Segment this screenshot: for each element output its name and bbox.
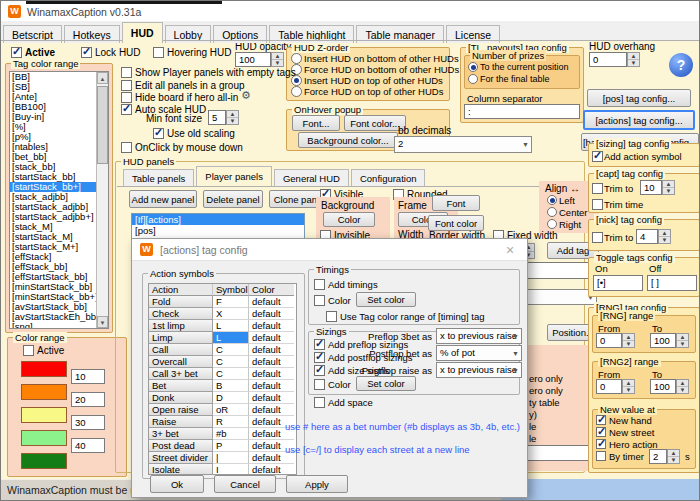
color-cell[interactable]: default xyxy=(249,344,294,356)
size-signs-checkbox[interactable] xyxy=(314,365,325,376)
action-cell[interactable]: Call 3+ bet xyxy=(149,368,213,380)
onhover-font-color-button[interactable]: Font color... xyxy=(344,115,406,131)
tab-general-hud[interactable]: General HUD xyxy=(274,169,349,186)
color-cell[interactable]: default xyxy=(249,308,294,320)
nick-trim-input[interactable]: 4 xyxy=(636,229,658,244)
sizings-set-color-button[interactable]: Set color xyxy=(356,376,416,391)
symbol-cell[interactable]: B xyxy=(213,380,249,392)
lock-hud-checkbox[interactable] xyxy=(81,47,92,58)
symbol-cell[interactable]: R xyxy=(213,416,249,428)
symbol-cell[interactable]: oR xyxy=(213,404,249,416)
show-empty-tags-checkbox[interactable] xyxy=(121,67,132,78)
zorder-opt4-radio[interactable] xyxy=(291,86,302,97)
nick-trim-checkbox[interactable] xyxy=(592,232,603,243)
background-color-button[interactable]: Color xyxy=(323,212,375,227)
action-cell[interactable]: Bet xyxy=(149,380,213,392)
color-cell[interactable]: default xyxy=(249,380,294,392)
action-cell[interactable]: Donk xyxy=(149,392,213,404)
ok-button[interactable]: Ok xyxy=(150,475,204,493)
align-right-radio[interactable] xyxy=(547,219,557,229)
actions-tag-config-button[interactable]: [actions] tag config... xyxy=(583,110,695,130)
threshold-input-3[interactable]: 30 xyxy=(71,415,105,430)
apply-button[interactable]: Apply xyxy=(286,475,348,493)
action-cell[interactable]: Raise xyxy=(149,416,213,428)
tab-player-panels[interactable]: Player panels xyxy=(196,166,272,186)
min-font-spinner[interactable]: ▲▼ xyxy=(226,110,239,125)
rng1-to-input[interactable]: 100 xyxy=(650,333,676,348)
hud-overhang-spinner[interactable]: ▲▼ xyxy=(627,52,640,67)
symbol-cell[interactable]: F xyxy=(213,296,249,308)
action-cell[interactable]: Limp xyxy=(149,332,213,344)
toggle-off-input[interactable]: [ ] xyxy=(647,275,697,291)
pos-tag-config-button[interactable]: [pos] tag config... xyxy=(587,89,691,107)
color-swatch-1[interactable] xyxy=(21,361,67,377)
onhover-bg-color-button[interactable]: Background color... xyxy=(298,132,398,148)
color-swatch-3[interactable] xyxy=(21,407,67,423)
capt-trim-spinner[interactable]: ▲▼ xyxy=(662,180,675,195)
rng1-to-spinner[interactable]: ▲▼ xyxy=(676,333,689,348)
clipped-input[interactable] xyxy=(525,445,591,461)
toggle-on-input[interactable]: [•] xyxy=(593,275,643,291)
active-checkbox[interactable] xyxy=(11,47,22,58)
align-center-radio[interactable] xyxy=(547,207,557,217)
action-cell[interactable]: 3+ bet xyxy=(149,428,213,440)
nick-trim-spinner[interactable]: ▲▼ xyxy=(658,229,671,244)
action-cell[interactable]: Overcall xyxy=(149,356,213,368)
color-cell[interactable]: default xyxy=(249,332,294,344)
prizes-current-radio[interactable] xyxy=(468,62,478,72)
new-street-checkbox[interactable] xyxy=(596,427,606,437)
color-cell[interactable]: default xyxy=(249,296,294,308)
help-icon[interactable]: ? xyxy=(669,53,693,77)
action-cell[interactable]: Fold xyxy=(149,296,213,308)
symbol-cell[interactable]: C xyxy=(213,344,249,356)
action-cell[interactable]: Open raise xyxy=(149,404,213,416)
color-cell[interactable]: default xyxy=(249,356,294,368)
rng2-from-input[interactable]: 0 xyxy=(596,379,622,394)
symbol-cell[interactable]: L xyxy=(213,332,249,344)
symbol-cell[interactable]: C xyxy=(213,368,249,380)
rng1-from-input[interactable]: 0 xyxy=(596,333,622,348)
color-swatch-2[interactable] xyxy=(21,384,67,400)
action-cell[interactable]: Check xyxy=(149,308,213,320)
action-cell[interactable]: Post dead xyxy=(149,440,213,452)
zorder-opt1-radio[interactable] xyxy=(291,53,302,64)
hud-overhang-input[interactable]: 0 xyxy=(589,52,627,67)
scroll-down-icon[interactable]: ▼ xyxy=(97,316,108,328)
panel-font-color-button[interactable]: Font color xyxy=(428,215,484,231)
align-left-radio[interactable] xyxy=(547,195,557,205)
timer-spinner[interactable]: ▲▼ xyxy=(667,449,680,464)
hovering-hud-checkbox[interactable] xyxy=(153,47,164,58)
column-separator-input[interactable]: : xyxy=(464,104,580,119)
use-tag-range-checkbox[interactable] xyxy=(326,311,337,322)
capt-trim-time-checkbox[interactable] xyxy=(592,199,603,210)
tab-table-panels[interactable]: Table panels xyxy=(123,169,194,186)
postflop-sizings-checkbox[interactable] xyxy=(314,352,325,363)
symbol-cell[interactable]: D xyxy=(213,392,249,404)
old-scaling-checkbox[interactable] xyxy=(153,128,164,139)
scroll-up-icon[interactable]: ▲ xyxy=(97,72,108,84)
action-cell[interactable]: Street divider xyxy=(149,452,213,464)
action-cell[interactable]: Isolate xyxy=(149,464,213,475)
symbol-cell[interactable]: X xyxy=(213,308,249,320)
add-timings-checkbox[interactable] xyxy=(314,279,325,290)
cancel-button[interactable]: Cancel xyxy=(214,475,276,493)
color-cell[interactable]: default xyxy=(249,404,294,416)
delete-panel-button[interactable]: Delete panel xyxy=(203,190,263,208)
hud-opacity-input[interactable]: 100 xyxy=(235,52,271,67)
by-timer-checkbox[interactable] xyxy=(596,451,606,461)
tag-list-item[interactable]: [sng] xyxy=(10,322,108,329)
add-action-symbol-checkbox[interactable] xyxy=(592,151,603,162)
color-cell[interactable]: default xyxy=(249,368,294,380)
edit-group-checkbox[interactable] xyxy=(121,80,132,91)
rng2-to-spinner[interactable]: ▲▼ xyxy=(676,379,689,394)
symbol-cell[interactable]: #b xyxy=(213,428,249,440)
tag-input[interactable] xyxy=(527,262,597,279)
action-cell[interactable]: Call xyxy=(149,344,213,356)
color-range-active-checkbox[interactable] xyxy=(23,345,34,356)
auto-scale-checkbox[interactable] xyxy=(121,104,132,115)
sizings-color-checkbox[interactable] xyxy=(314,379,325,390)
color-swatch-4[interactable] xyxy=(21,430,67,446)
onclick-checkbox[interactable] xyxy=(121,142,132,153)
bb-decimals-select[interactable]: 2▼ xyxy=(394,136,532,153)
preflop-3bet-select[interactable]: x to previous raise▼ xyxy=(436,328,522,344)
